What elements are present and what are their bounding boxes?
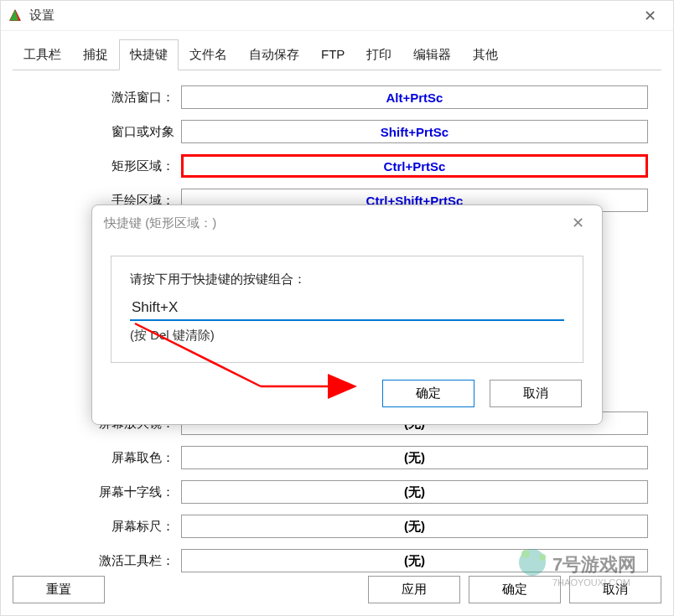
- hotkey-field-active-window[interactable]: Alt+PrtSc: [181, 85, 648, 109]
- tab-capture[interactable]: 捕捉: [72, 39, 119, 70]
- modal-body: 请按下用于快捷键的按键组合： (按 Del 键清除): [111, 256, 583, 363]
- hotkey-field-crosshair[interactable]: (无): [181, 480, 648, 504]
- hotkey-modal: 快捷键 (矩形区域：) ✕ 请按下用于快捷键的按键组合： (按 Del 键清除)…: [91, 204, 603, 425]
- modal-buttons: 确定 取消: [92, 380, 602, 424]
- ok-button[interactable]: 确定: [469, 576, 561, 603]
- hotkey-row: 激活工具栏： (无): [26, 549, 648, 572]
- hotkey-field-ruler[interactable]: (无): [181, 515, 648, 538]
- hotkey-input[interactable]: [130, 296, 564, 321]
- row-label: 矩形区域：: [26, 158, 181, 174]
- settings-window: 设置 ✕ 工具栏 捕捉 快捷键 文件名 自动保存 FTP 打印 编辑器 其他 激…: [0, 0, 674, 616]
- row-label: 屏幕标尺：: [26, 519, 181, 535]
- hotkey-field-window-object[interactable]: Shift+PrtSc: [181, 120, 648, 143]
- tab-print[interactable]: 打印: [355, 39, 402, 70]
- cancel-button[interactable]: 取消: [569, 576, 661, 603]
- hotkey-row: 窗口或对象 Shift+PrtSc: [26, 120, 648, 143]
- row-label: 窗口或对象: [26, 124, 181, 140]
- tab-hotkeys[interactable]: 快捷键: [119, 39, 179, 70]
- row-label: 屏幕十字线：: [26, 484, 181, 500]
- tab-toolbar[interactable]: 工具栏: [13, 39, 72, 70]
- row-label: 激活窗口：: [26, 90, 181, 106]
- modal-ok-button[interactable]: 确定: [382, 380, 474, 407]
- modal-instruction: 请按下用于快捷键的按键组合：: [130, 272, 564, 287]
- hotkey-field-color-picker[interactable]: (无): [181, 446, 648, 469]
- hotkey-row: 激活窗口： Alt+PrtSc: [26, 85, 648, 109]
- titlebar: 设置 ✕: [1, 1, 673, 31]
- modal-close-icon[interactable]: ✕: [565, 214, 590, 232]
- tabs: 工具栏 捕捉 快捷键 文件名 自动保存 FTP 打印 编辑器 其他: [1, 31, 673, 70]
- modal-titlebar: 快捷键 (矩形区域：) ✕: [92, 205, 602, 241]
- modal-cancel-button[interactable]: 取消: [490, 380, 582, 407]
- modal-title: 快捷键 (矩形区域：): [104, 215, 565, 231]
- row-label: 屏幕取色：: [26, 450, 181, 466]
- hotkey-row: 屏幕取色： (无): [26, 446, 648, 469]
- tab-other[interactable]: 其他: [462, 39, 509, 70]
- reset-button[interactable]: 重置: [13, 576, 105, 603]
- hotkey-field-activate-toolbar[interactable]: (无): [181, 549, 648, 572]
- window-title: 设置: [29, 8, 633, 23]
- tab-editor[interactable]: 编辑器: [402, 39, 462, 70]
- tab-autosave[interactable]: 自动保存: [238, 39, 310, 70]
- bottom-bar: 重置 应用 确定 取消: [13, 576, 661, 603]
- hotkey-row: 屏幕十字线： (无): [26, 480, 648, 504]
- hotkey-row: 屏幕标尺： (无): [26, 515, 648, 538]
- tab-ftp[interactable]: FTP: [310, 39, 355, 70]
- close-icon[interactable]: ✕: [633, 7, 666, 25]
- hotkey-field-rect-region[interactable]: Ctrl+PrtSc: [181, 154, 648, 178]
- app-icon: [8, 8, 23, 23]
- tab-filename[interactable]: 文件名: [179, 39, 238, 70]
- modal-hint: (按 Del 键清除): [130, 328, 564, 344]
- apply-button[interactable]: 应用: [368, 576, 460, 603]
- row-label: 激活工具栏：: [26, 553, 181, 569]
- hotkey-row: 矩形区域： Ctrl+PrtSc: [26, 154, 648, 178]
